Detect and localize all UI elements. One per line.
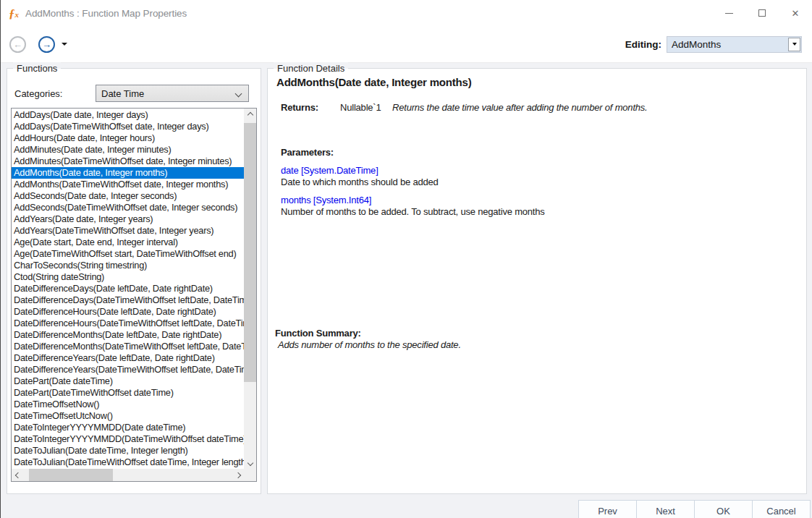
functions-group-title: Functions	[13, 62, 61, 75]
scroll-up-button[interactable]	[244, 109, 256, 121]
maximize-icon	[758, 9, 766, 17]
maximize-button[interactable]	[745, 0, 779, 26]
returns-type: Nullable`1	[340, 102, 381, 113]
parameter-name: months [System.Int64]	[281, 195, 371, 205]
forward-dropdown-caret-icon[interactable]	[62, 43, 67, 46]
list-item[interactable]: AddSeconds(Date date, Integer seconds)	[12, 190, 244, 202]
chevron-down-icon	[235, 90, 242, 98]
chevron-left-icon	[14, 472, 20, 477]
editing-value: AddMonths	[672, 39, 721, 50]
caret-down-icon	[792, 43, 797, 46]
function-details-groupbox: Function Details AddMonths(Date date, In…	[267, 68, 807, 494]
title-bar: ƒx AddMonths : Function Map Properties ✕	[1, 0, 812, 26]
scroll-right-button[interactable]	[232, 469, 244, 481]
window-title: AddMonths : Function Map Properties	[25, 8, 187, 19]
list-item[interactable]: AddMinutes(DateTimeWithOffset date, Inte…	[12, 156, 244, 167]
list-item[interactable]: DateDifferenceMonths(Date leftDate, Date…	[12, 329, 244, 341]
parameters-label: Parameters:	[281, 147, 334, 158]
parameter-description: Number of months to be added. To subtrac…	[281, 206, 545, 217]
scrollbar-corner	[244, 469, 256, 481]
function-signature-header: AddMonths(Date date, Integer months)	[276, 76, 471, 88]
returns-label: Returns:	[281, 102, 318, 113]
list-item[interactable]: CharToSeconds(String timestring)	[12, 260, 244, 271]
chevron-down-icon	[247, 459, 253, 465]
list-item[interactable]: DatePart(Date dateTime)	[12, 375, 244, 387]
minimize-button[interactable]	[712, 0, 745, 26]
toolbar: ← → Editing: AddMonths	[1, 26, 812, 63]
list-item[interactable]: AddDays(DateTimeWithOffset date, Integer…	[12, 121, 244, 132]
prev-button[interactable]: Prev	[578, 500, 637, 518]
list-item[interactable]: AddHours(Date date, Integer hours)	[12, 132, 244, 144]
parameter-description: Date to which months should be added	[281, 177, 439, 187]
chevron-up-icon	[247, 111, 253, 117]
list-item[interactable]: DateToIntegerYYYYMMDD(DateTimeWithOffset…	[12, 433, 244, 445]
editing-label: Editing:	[625, 39, 661, 50]
cancel-button[interactable]: Cancel	[752, 500, 811, 518]
scroll-left-button[interactable]	[12, 469, 24, 481]
list-item[interactable]: AddMinutes(Date date, Integer minutes)	[12, 144, 244, 156]
list-item[interactable]: Age(DateTimeWithOffset start, DateTimeWi…	[12, 248, 244, 260]
categories-combobox[interactable]: Date Time	[96, 85, 249, 102]
functions-groupbox: Functions Categories: Date Time AddDays(…	[7, 68, 261, 494]
minimize-icon	[725, 13, 733, 14]
horizontal-scrollbar[interactable]	[12, 469, 244, 481]
returns-description: Returns the date time value after adding…	[392, 102, 648, 113]
vertical-scroll-thumb[interactable]	[244, 123, 256, 382]
list-item[interactable]: DateDifferenceDays(Date leftDate, Date r…	[12, 283, 244, 294]
fx-app-icon: ƒx	[9, 7, 19, 20]
forward-button[interactable]: →	[38, 36, 55, 53]
scroll-down-button[interactable]	[244, 457, 256, 469]
categories-value: Date Time	[101, 88, 144, 99]
dialog-content: Functions Categories: Date Time AddDays(…	[1, 63, 812, 518]
function-listbox: AddDays(Date date, Integer days)AddDays(…	[11, 108, 257, 482]
list-item[interactable]: Ctod(String dateString)	[12, 271, 244, 283]
list-item[interactable]: DatePart(DateTimeWithOffset dateTime)	[12, 387, 244, 399]
list-item[interactable]: DateTimeOffsetNow()	[12, 399, 244, 410]
chevron-right-icon	[234, 472, 240, 477]
list-item[interactable]: DateTimeOffsetUtcNow()	[12, 410, 244, 422]
function-list: AddDays(Date date, Integer days)AddDays(…	[12, 109, 244, 469]
list-item[interactable]: DateDifferenceYears(Date leftDate, Date …	[12, 352, 244, 364]
back-arrow-icon: ←	[13, 40, 22, 49]
list-item[interactable]: Age(Date start, Date end, Integer interv…	[12, 237, 244, 248]
list-item[interactable]: AddSeconds(DateTimeWithOffset date, Inte…	[12, 202, 244, 213]
list-item[interactable]: AddMonths(Date date, Integer months)	[12, 167, 244, 179]
function-map-properties-dialog: ƒx AddMonths : Function Map Properties ✕…	[0, 0, 812, 518]
window-controls: ✕	[712, 0, 812, 26]
list-item[interactable]: DateToJulian(DateTimeWithOffset dateTime…	[12, 457, 244, 468]
ok-button[interactable]: OK	[694, 500, 753, 518]
function-summary-label: Function Summary:	[275, 328, 361, 339]
list-item[interactable]: AddMonths(DateTimeWithOffset date, Integ…	[12, 179, 244, 190]
list-item[interactable]: DateToJulian(Date dateTime, Integer leng…	[12, 445, 244, 457]
list-item[interactable]: DateDifferenceHours(Date leftDate, Date …	[12, 306, 244, 318]
list-item[interactable]: AddYears(DateTimeWithOffset date, Intege…	[12, 225, 244, 237]
editing-combobox[interactable]: AddMonths	[667, 36, 802, 53]
list-item[interactable]: AddDays(Date date, Integer days)	[12, 109, 244, 121]
list-item[interactable]: DateToIntegerYYYYMMDD(Date dateTime)	[12, 422, 244, 433]
details-group-title: Function Details	[274, 62, 348, 75]
back-button[interactable]: ←	[9, 36, 26, 53]
forward-arrow-icon: →	[42, 40, 51, 49]
next-button[interactable]: Next	[636, 500, 695, 518]
list-item[interactable]: DateDifferenceYears(DateTimeWithOffset l…	[12, 364, 244, 375]
vertical-scrollbar[interactable]	[244, 109, 256, 469]
close-button[interactable]: ✕	[779, 0, 812, 26]
close-icon: ✕	[792, 9, 800, 18]
list-item[interactable]: AddYears(Date date, Integer years)	[12, 213, 244, 225]
list-item[interactable]: DateDifferenceMonths(DateTimeWithOffset …	[12, 341, 244, 352]
list-item[interactable]: DateDifferenceHours(DateTimeWithOffset l…	[12, 318, 244, 329]
function-summary-text: Adds number of months to the specified d…	[278, 339, 461, 350]
footer-button-row: Prev Next OK Cancel	[579, 500, 811, 518]
parameter-name: date [System.DateTime]	[281, 165, 378, 176]
categories-label: Categories:	[14, 88, 62, 99]
list-item[interactable]: DateDifferenceDays(DateTimeWithOffset le…	[12, 294, 244, 306]
horizontal-scroll-thumb[interactable]	[29, 469, 113, 481]
editing-dropdown-button[interactable]	[788, 38, 800, 51]
